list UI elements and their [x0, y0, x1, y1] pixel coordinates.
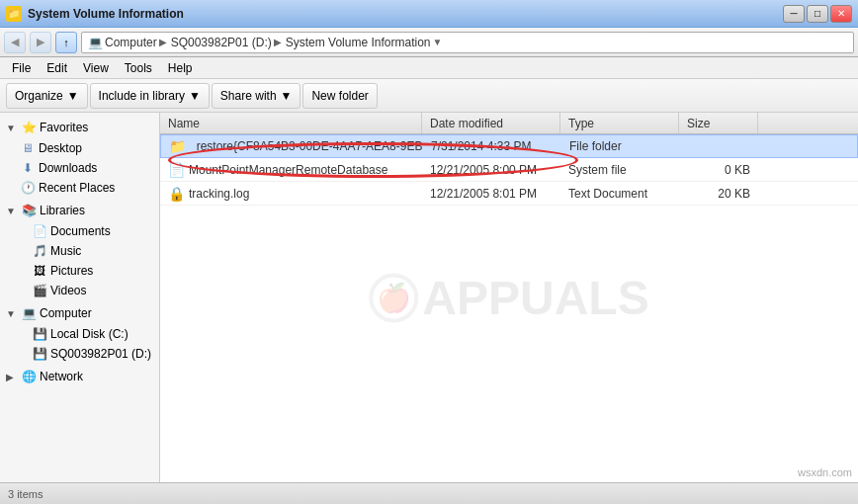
file-date-mountpoint: 12/21/2005 8:00 PM [422, 158, 560, 181]
sidebar-item-recent-places[interactable]: 🕐 Recent Places [0, 178, 159, 198]
system-file-icon: 📄 [168, 162, 185, 178]
file-row-mountpoint[interactable]: 📄 MountPointManagerRemoteDatabase 12/21/… [160, 158, 858, 182]
music-icon: 🎵 [32, 243, 47, 259]
col-header-type[interactable]: Type [560, 113, 679, 133]
file-name-mountpoint: 📄 MountPointManagerRemoteDatabase [160, 158, 422, 181]
file-date-tracking: 12/21/2005 8:01 PM [422, 182, 560, 205]
sidebar-item-desktop[interactable]: 🖥 Desktop [0, 138, 159, 158]
left-panel: ▼ ⭐ Favorites 🖥 Desktop ⬇ Downloads 🕐 Re… [0, 113, 160, 482]
libraries-section: ▼ 📚 Libraries 📄 Documents 🎵 Music 🖼 Pict… [0, 200, 159, 300]
column-headers: Name Date modified Type Size [160, 113, 858, 134]
dropdown-icon: ▼ [67, 89, 79, 103]
address-field[interactable]: 💻 Computer ▶ SQ003982P01 (D:) ▶ System V… [81, 32, 854, 53]
computer-icon: 💻 [21, 305, 37, 321]
menu-file[interactable]: File [4, 59, 39, 77]
new-folder-button[interactable]: New folder [302, 83, 377, 109]
computer-header[interactable]: ▼ 💻 Computer [0, 302, 159, 324]
sidebar-item-music[interactable]: 🎵 Music [0, 241, 159, 261]
sidebar-item-videos[interactable]: 🎬 Videos [0, 281, 159, 300]
drive-c-icon: 💾 [32, 326, 47, 342]
dropdown-icon: ▼ [189, 89, 201, 103]
star-icon: ⭐ [21, 120, 37, 135]
expand-icon: ▼ [6, 123, 18, 133]
include-in-library-button[interactable]: Include in library ▼ [90, 83, 210, 109]
window-title: System Volume Information [28, 7, 783, 21]
sidebar-item-pictures[interactable]: 🖼 Pictures [0, 261, 159, 281]
network-section: ▶ 🌐 Network [0, 366, 159, 387]
sidebar-item-downloads[interactable]: ⬇ Downloads [0, 158, 159, 178]
file-name-restore: 📁 _restore{CF8A54B3-00DE-4AA7-AEA8-9EB5.… [161, 135, 423, 157]
sidebar-item-local-disk-c[interactable]: 💾 Local Disk (C:) [0, 324, 159, 344]
addr-segment-drive: SQ003982P01 (D:) ▶ [171, 36, 282, 49]
file-row-tracking[interactable]: 🔒 tracking.log 12/21/2005 8:01 PM Text D… [160, 182, 858, 206]
file-row-restore[interactable]: 📁 _restore{CF8A54B3-00DE-4AA7-AEA8-9EB5.… [160, 134, 858, 158]
file-type-mountpoint: System file [560, 158, 679, 181]
window-controls: ─ □ ✕ [783, 5, 852, 23]
col-header-date[interactable]: Date modified [422, 113, 560, 133]
recent-icon: 🕐 [20, 180, 36, 196]
sidebar-item-documents[interactable]: 📄 Documents [0, 221, 159, 241]
menu-help[interactable]: Help [160, 59, 201, 77]
col-header-name[interactable]: Name [160, 113, 422, 133]
computer-section: ▼ 💻 Computer 💾 Local Disk (C:) 💾 SQ00398… [0, 302, 159, 364]
file-type-restore: File folder [561, 135, 680, 157]
maximize-button[interactable]: □ [807, 5, 828, 23]
expand-icon: ▼ [6, 308, 18, 319]
window-icon: 📁 [6, 6, 22, 22]
file-size-restore [680, 135, 759, 157]
right-panel: 🍎 APPUALS Name Date modified Type Size 📁 [160, 113, 858, 482]
libraries-icon: 📚 [21, 203, 37, 218]
organize-button[interactable]: Organize ▼ [6, 83, 88, 109]
documents-icon: 📄 [32, 223, 47, 239]
status-bar: 3 items [0, 482, 858, 504]
menu-view[interactable]: View [75, 59, 117, 77]
close-button[interactable]: ✕ [830, 5, 852, 23]
text-file-icon: 🔒 [168, 186, 185, 202]
main-area: ▼ ⭐ Favorites 🖥 Desktop ⬇ Downloads 🕐 Re… [0, 113, 858, 482]
videos-icon: 🎬 [32, 283, 47, 298]
dropdown-icon: ▼ [281, 89, 293, 103]
network-header[interactable]: ▶ 🌐 Network [0, 366, 159, 387]
addr-segment-computer: 💻 Computer ▶ [88, 36, 167, 49]
status-text: 3 items [8, 488, 43, 500]
menu-tools[interactable]: Tools [117, 59, 160, 77]
downloads-icon: ⬇ [20, 160, 36, 176]
favorites-section: ▼ ⭐ Favorites 🖥 Desktop ⬇ Downloads 🕐 Re… [0, 117, 159, 198]
favorites-header[interactable]: ▼ ⭐ Favorites [0, 117, 159, 138]
watermark: 🍎 APPUALS [369, 271, 648, 325]
file-size-mountpoint: 0 KB [679, 158, 758, 181]
sidebar-item-drive-d[interactable]: 💾 SQ003982P01 (D:) [0, 344, 159, 364]
file-size-tracking: 20 KB [679, 182, 758, 205]
share-with-button[interactable]: Share with ▼ [212, 83, 301, 109]
folder-icon: 📁 [169, 138, 186, 154]
expand-icon: ▶ [6, 372, 18, 382]
pictures-icon: 🖼 [32, 263, 47, 279]
network-icon: 🌐 [21, 369, 37, 384]
drive-d-icon: 💾 [32, 346, 47, 362]
file-type-tracking: Text Document [560, 182, 679, 205]
libraries-header[interactable]: ▼ 📚 Libraries [0, 200, 159, 221]
menu-edit[interactable]: Edit [39, 59, 75, 77]
toolbar: Organize ▼ Include in library ▼ Share wi… [0, 79, 858, 113]
file-name-tracking: 🔒 tracking.log [160, 182, 422, 205]
minimize-button[interactable]: ─ [783, 5, 805, 23]
col-header-size[interactable]: Size [679, 113, 758, 133]
address-bar: ◀ ▶ ↑ 💻 Computer ▶ SQ003982P01 (D:) ▶ Sy… [0, 28, 858, 57]
desktop-icon: 🖥 [20, 140, 36, 156]
title-bar: 📁 System Volume Information ─ □ ✕ [0, 0, 858, 28]
addr-segment-folder: System Volume Information ▼ [286, 36, 443, 49]
forward-button[interactable]: ▶ [30, 32, 51, 53]
computer-icon: 💻 [88, 36, 103, 49]
wsxdn-logo: wsxdn.com [798, 466, 852, 478]
file-date-restore: 7/31/2014 4:33 PM [423, 135, 561, 157]
menu-bar: File Edit View Tools Help [0, 57, 858, 79]
up-button[interactable]: ↑ [55, 32, 77, 53]
expand-icon: ▼ [6, 206, 18, 216]
back-button[interactable]: ◀ [4, 32, 26, 53]
